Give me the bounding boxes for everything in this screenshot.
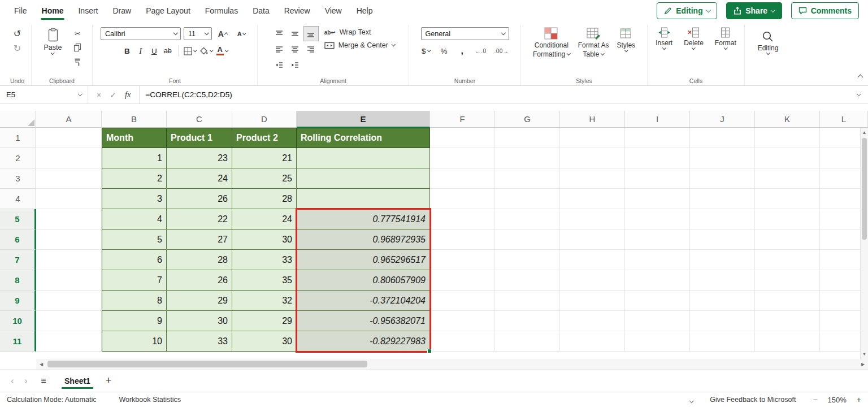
cell-C2[interactable]: 23 (167, 148, 232, 168)
cell-G3[interactable] (495, 168, 560, 189)
cell-D9[interactable]: 32 (232, 291, 297, 311)
row-header-3[interactable]: 3 (0, 168, 36, 189)
cell-H9[interactable] (560, 291, 625, 311)
cell-A6[interactable] (36, 230, 102, 250)
zoom-out-button[interactable]: − (813, 395, 817, 404)
conditional-formatting-button[interactable]: Conditional Formatting (530, 26, 573, 59)
cell-E11[interactable]: -0.829227983 (297, 331, 430, 352)
cell-D10[interactable]: 29 (232, 311, 297, 331)
column-header-A[interactable]: A (36, 111, 102, 128)
cell-B2[interactable]: 1 (102, 148, 167, 168)
select-all-corner[interactable] (0, 111, 36, 128)
previous-sheet-icon[interactable]: ‹ (6, 376, 19, 386)
cell-J10[interactable] (690, 311, 755, 331)
cell-K7[interactable] (755, 250, 820, 270)
tab-formulas[interactable]: Formulas (198, 0, 245, 21)
cell-K6[interactable] (755, 230, 820, 250)
cell-F5[interactable] (430, 209, 495, 230)
insert-cells-button[interactable]: Insert (653, 26, 675, 50)
cell-D1[interactable]: Product 2 (232, 128, 297, 148)
undo-icon[interactable]: ↺ (9, 26, 26, 41)
next-sheet-icon[interactable]: › (19, 376, 33, 386)
cell-G6[interactable] (495, 230, 560, 250)
cell-F1[interactable] (430, 128, 495, 148)
cell-G2[interactable] (495, 148, 560, 168)
tab-data[interactable]: Data (245, 0, 277, 21)
tab-page-layout[interactable]: Page Layout (138, 0, 198, 21)
number-format-select[interactable]: General (421, 27, 509, 40)
scroll-up-icon[interactable]: ▲ (861, 130, 868, 135)
row-header-6[interactable]: 6 (0, 230, 36, 250)
cell-B6[interactable]: 5 (102, 230, 167, 250)
column-header-G[interactable]: G (495, 111, 560, 128)
cell-I7[interactable] (625, 250, 690, 270)
zoom-level[interactable]: 150% (828, 396, 847, 404)
sheet-tab-sheet1[interactable]: Sheet1 (57, 370, 98, 392)
cell-H7[interactable] (560, 250, 625, 270)
cell-I9[interactable] (625, 291, 690, 311)
cell-H6[interactable] (560, 230, 625, 250)
column-header-F[interactable]: F (430, 111, 495, 128)
copy-button[interactable] (71, 42, 84, 53)
cell-J7[interactable] (690, 250, 755, 270)
underline-button[interactable]: U (148, 45, 160, 57)
cell-F2[interactable] (430, 148, 495, 168)
column-header-D[interactable]: D (232, 111, 297, 128)
cell-J6[interactable] (690, 230, 755, 250)
cell-styles-button[interactable]: Styles (614, 26, 638, 53)
cell-C7[interactable]: 28 (167, 250, 232, 270)
calculation-mode-status[interactable]: Calculation Mode: Automatic (7, 396, 96, 404)
add-sheet-button[interactable]: + (98, 375, 119, 387)
cell-H4[interactable] (560, 189, 625, 209)
cell-H2[interactable] (560, 148, 625, 168)
expand-formula-bar-button[interactable] (850, 86, 868, 103)
column-header-J[interactable]: J (690, 111, 755, 128)
increase-indent-button[interactable] (288, 58, 303, 73)
cell-K9[interactable] (755, 291, 820, 311)
cell-J11[interactable] (690, 331, 755, 352)
cell-E4[interactable] (297, 189, 430, 209)
tab-home[interactable]: Home (34, 0, 71, 21)
bold-button[interactable]: B (121, 45, 133, 57)
cell-K3[interactable] (755, 168, 820, 189)
scroll-left-icon[interactable]: ◀ (36, 359, 46, 369)
cell-I2[interactable] (625, 148, 690, 168)
cell-G8[interactable] (495, 270, 560, 291)
zoom-in-button[interactable]: + (857, 395, 861, 404)
cell-H5[interactable] (560, 209, 625, 230)
cell-D8[interactable]: 35 (232, 270, 297, 291)
workbook-statistics-status[interactable]: Workbook Statistics (119, 396, 181, 404)
column-header-C[interactable]: C (167, 111, 232, 128)
cell-I11[interactable] (625, 331, 690, 352)
format-cells-button[interactable]: Format (712, 26, 739, 50)
horizontal-scroll-track[interactable] (46, 359, 858, 369)
percent-format-button[interactable]: % (438, 45, 450, 57)
cell-C10[interactable]: 30 (167, 311, 232, 331)
cell-B11[interactable]: 10 (102, 331, 167, 352)
cell-F11[interactable] (430, 331, 495, 352)
cell-D2[interactable]: 21 (232, 148, 297, 168)
italic-button[interactable]: I (134, 45, 147, 57)
tab-help[interactable]: Help (349, 0, 380, 21)
cell-B5[interactable]: 4 (102, 209, 167, 230)
cell-I5[interactable] (625, 209, 690, 230)
tab-draw[interactable]: Draw (105, 0, 138, 21)
format-painter-button[interactable] (71, 56, 84, 67)
cell-J8[interactable] (690, 270, 755, 291)
align-right-button[interactable] (303, 42, 319, 57)
align-bottom-button[interactable] (303, 26, 319, 41)
cell-I6[interactable] (625, 230, 690, 250)
cell-E1[interactable]: Rolling Correlation (297, 128, 430, 148)
cut-button[interactable]: ✂ (71, 28, 84, 39)
comma-format-button[interactable]: , (456, 45, 468, 57)
row-header-11[interactable]: 11 (0, 331, 36, 352)
enter-icon[interactable]: ✓ (110, 90, 116, 99)
cell-F6[interactable] (430, 230, 495, 250)
cell-J1[interactable] (690, 128, 755, 148)
horizontal-scroll-thumb[interactable] (47, 361, 367, 367)
cell-I10[interactable] (625, 311, 690, 331)
row-header-9[interactable]: 9 (0, 291, 36, 311)
cell-F8[interactable] (430, 270, 495, 291)
grow-font-button[interactable]: A (215, 28, 231, 40)
cell-H8[interactable] (560, 270, 625, 291)
